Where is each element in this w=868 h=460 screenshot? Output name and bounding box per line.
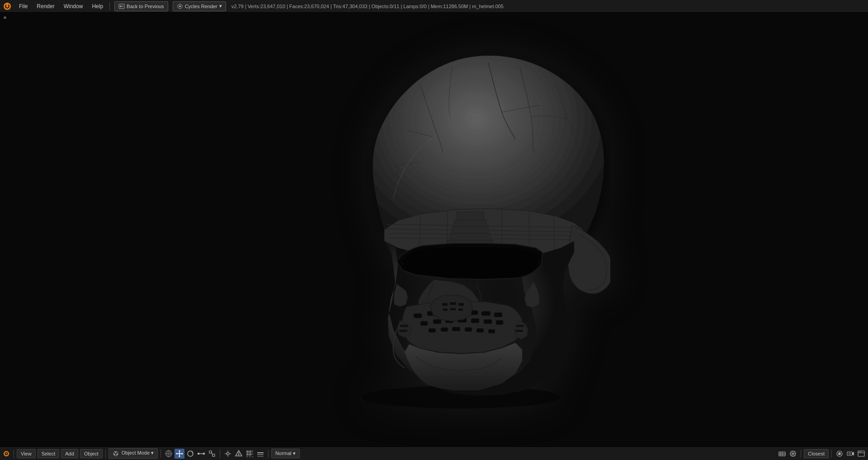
svg-rect-46 xyxy=(400,325,408,327)
svg-rect-91 xyxy=(249,456,250,457)
closest-selector[interactable]: Closest xyxy=(804,449,829,458)
svg-rect-35 xyxy=(452,327,460,331)
viewport-content xyxy=(0,13,868,446)
svg-rect-30 xyxy=(471,318,479,323)
bottom-sep-1 xyxy=(14,450,14,458)
rotate-tool[interactable] xyxy=(185,449,195,459)
svg-marker-65 xyxy=(176,453,177,455)
svg-rect-17 xyxy=(452,227,488,233)
render-engine-label: Cycles Render xyxy=(185,4,217,9)
svg-point-7 xyxy=(179,5,181,7)
svg-rect-84 xyxy=(246,451,249,453)
svg-marker-64 xyxy=(179,456,180,457)
svg-rect-95 xyxy=(257,456,264,457)
mode-icon xyxy=(113,451,119,457)
add-menu[interactable]: Add xyxy=(61,449,78,458)
main-viewport[interactable] xyxy=(0,13,868,446)
svg-rect-43 xyxy=(443,308,448,311)
svg-rect-31 xyxy=(484,319,492,324)
svg-rect-96 xyxy=(779,452,785,456)
svg-rect-26 xyxy=(414,313,422,318)
render-engine-selector[interactable]: Cycles Render ▾ xyxy=(173,1,226,11)
svg-rect-40 xyxy=(442,303,448,306)
svg-rect-15 xyxy=(457,212,484,220)
svg-point-56 xyxy=(114,454,115,455)
menu-separator xyxy=(109,2,110,10)
object-menu[interactable]: Object xyxy=(80,449,103,458)
back-to-previous-button[interactable]: Back to Previous xyxy=(114,1,168,11)
svg-rect-70 xyxy=(198,453,199,455)
svg-rect-87 xyxy=(249,453,251,455)
snapping-tools xyxy=(223,449,265,459)
svg-point-111 xyxy=(861,451,862,452)
menu-bar: File Render Window Help xyxy=(14,1,108,11)
svg-rect-45 xyxy=(458,308,463,311)
svg-point-109 xyxy=(859,451,860,452)
render-engine-icon xyxy=(177,3,183,9)
mode-selector[interactable]: Object Mode ▾ xyxy=(108,448,158,458)
bottom-sep-7 xyxy=(831,450,832,458)
screen-options[interactable] xyxy=(856,449,866,459)
view-menu[interactable]: View xyxy=(17,449,36,458)
svg-rect-42 xyxy=(458,303,464,306)
svg-point-106 xyxy=(849,453,851,455)
svg-point-54 xyxy=(115,451,116,453)
svg-line-74 xyxy=(212,452,212,455)
shading-toggle-2[interactable] xyxy=(788,449,798,459)
global-local-toggle[interactable] xyxy=(164,449,174,459)
file-menu[interactable]: File xyxy=(14,1,32,11)
normal-dropdown-arrow: ▾ xyxy=(293,451,296,456)
svg-rect-94 xyxy=(257,454,264,455)
closest-label: Closest xyxy=(808,451,825,456)
move-tool[interactable] xyxy=(175,449,184,459)
svg-rect-18 xyxy=(450,233,491,240)
status-info: v2.79 | Verts:23,647,010 | Faces:23,670,… xyxy=(231,4,504,9)
svg-rect-24 xyxy=(481,311,491,316)
top-menu-bar: File Render Window Help Back to Previous… xyxy=(0,0,868,13)
pivot-tool[interactable] xyxy=(223,449,233,459)
render-menu[interactable]: Render xyxy=(32,1,59,11)
layers-toggle[interactable] xyxy=(255,449,265,459)
svg-rect-104 xyxy=(847,452,852,455)
transform-tools xyxy=(164,449,217,459)
svg-rect-16 xyxy=(454,220,486,227)
select-menu[interactable]: Select xyxy=(38,449,60,458)
svg-rect-3 xyxy=(6,3,8,5)
svg-rect-92 xyxy=(252,456,253,457)
bottom-status-bar: View Select Add Object Object Mode ▾ xyxy=(0,446,868,460)
svg-rect-47 xyxy=(399,330,407,332)
shading-toggle-1[interactable] xyxy=(777,449,787,459)
transform-tool[interactable] xyxy=(207,449,217,459)
svg-rect-27 xyxy=(433,319,441,324)
viewport-icon[interactable] xyxy=(2,449,11,458)
svg-rect-36 xyxy=(465,327,472,332)
normal-selector[interactable]: Normal ▾ xyxy=(271,449,300,458)
proportional-edit[interactable] xyxy=(245,449,255,459)
svg-rect-48 xyxy=(516,325,524,327)
window-menu[interactable]: Window xyxy=(59,1,88,11)
svg-point-82 xyxy=(238,454,240,455)
svg-point-2 xyxy=(6,5,9,7)
svg-point-52 xyxy=(6,453,7,454)
scale-tool[interactable] xyxy=(196,449,206,459)
bottom-sep-2 xyxy=(105,450,106,458)
svg-rect-41 xyxy=(450,302,456,305)
svg-rect-33 xyxy=(420,321,428,326)
status-text: v2.79 | Verts:23,647,010 | Faces:23,670,… xyxy=(228,4,868,9)
svg-point-76 xyxy=(227,453,228,454)
viewport-indicator xyxy=(4,16,6,19)
render-button[interactable] xyxy=(835,449,844,459)
svg-rect-72 xyxy=(209,451,212,453)
snap-toggle[interactable] xyxy=(234,449,244,459)
mode-dropdown-arrow: ▾ xyxy=(151,450,154,455)
camera-view[interactable] xyxy=(845,449,855,459)
object-mode-label: Object Mode xyxy=(122,450,150,455)
bottom-sep-5 xyxy=(268,450,269,458)
svg-point-55 xyxy=(116,454,118,455)
svg-marker-66 xyxy=(182,453,183,455)
help-menu[interactable]: Help xyxy=(87,1,108,11)
svg-rect-38 xyxy=(429,328,436,332)
back-icon xyxy=(118,3,125,9)
svg-rect-49 xyxy=(515,330,523,332)
bottom-sep-3 xyxy=(160,450,161,458)
